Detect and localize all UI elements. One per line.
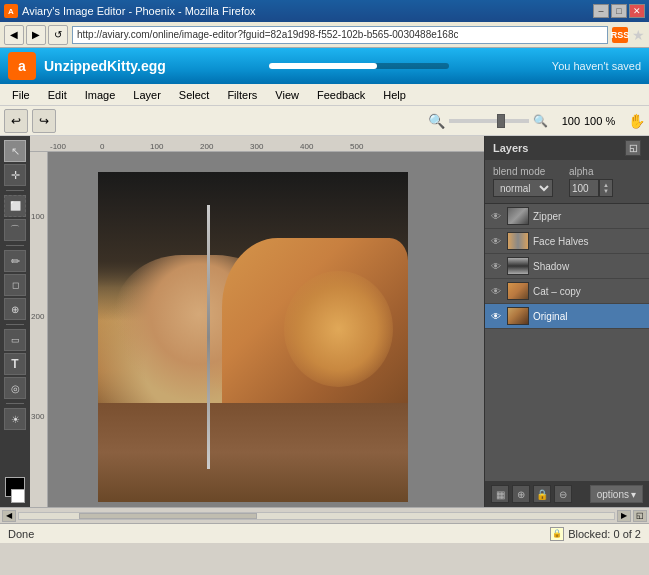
lock-icon: 🔒 — [550, 527, 564, 541]
options-button[interactable]: options ▾ — [590, 485, 643, 503]
refresh-button[interactable]: ↺ — [48, 25, 68, 45]
menu-image[interactable]: Image — [77, 87, 124, 103]
layer-item-shadow[interactable]: 👁 Shadow — [485, 254, 649, 279]
ruler-mark-n100: -100 — [50, 142, 66, 151]
move-tool[interactable]: ✛ — [4, 164, 26, 186]
menu-select[interactable]: Select — [171, 87, 218, 103]
lock-layer-button[interactable]: 🔒 — [533, 485, 551, 503]
scroll-left-button[interactable]: ◀ — [2, 510, 16, 522]
nav-buttons: ◀ ▶ ↺ — [4, 25, 68, 45]
app-file-title: UnzippedKitty.egg — [44, 58, 166, 74]
scrollbar-thumb[interactable] — [79, 513, 258, 519]
options-label: options — [597, 489, 629, 500]
app-logo: a — [8, 52, 36, 80]
blend-mode-group: blend mode normal multiply screen overla… — [493, 166, 553, 197]
new-group-button[interactable]: ▦ — [491, 485, 509, 503]
rect-tool[interactable]: ▭ — [4, 329, 26, 351]
layer-name-zipper: Zipper — [533, 211, 645, 222]
canvas-image — [98, 172, 408, 502]
zoom-value: 100 — [552, 115, 580, 127]
layers-list: 👁 Zipper 👁 Face Halves 👁 Shadow 👁 Cat – … — [485, 204, 649, 481]
eraser-tool[interactable]: ◻ — [4, 274, 26, 296]
blend-row: blend mode normal multiply screen overla… — [493, 166, 641, 197]
zoom-in-icon[interactable]: 🔍 — [533, 114, 548, 128]
menu-feedback[interactable]: Feedback — [309, 87, 373, 103]
layer-item-original[interactable]: 👁 Original — [485, 304, 649, 329]
toolbar: ↩ ↪ 🔍 🔍 100 100 % ✋ — [0, 106, 649, 136]
close-button[interactable]: ✕ — [629, 4, 645, 18]
rss-icon: RSS — [612, 27, 628, 43]
alpha-input[interactable] — [569, 179, 599, 197]
blend-mode-select[interactable]: normal multiply screen overlay — [493, 179, 553, 197]
add-layer-button[interactable]: ⊕ — [512, 485, 530, 503]
toolbox: ↖ ✛ ⬜ ⌒ ✏ ◻ ⊕ ▭ T ◎ ☀ — [0, 136, 30, 507]
zoom-slider-area: 🔍 🔍 100 100 % ✋ — [428, 113, 645, 129]
layer-item-catcopy[interactable]: 👁 Cat – copy — [485, 279, 649, 304]
menu-file[interactable]: File — [4, 87, 38, 103]
scrollbar-track[interactable] — [18, 512, 615, 520]
hand-tool-icon[interactable]: ✋ — [628, 113, 645, 129]
bookmark-star-icon[interactable]: ★ — [632, 27, 645, 43]
layer-thumb-zipper — [507, 207, 529, 225]
options-arrow-icon: ▾ — [631, 489, 636, 500]
zoom-out-icon[interactable]: 🔍 — [428, 113, 445, 129]
app-icon: A — [4, 4, 18, 18]
menu-view[interactable]: View — [267, 87, 307, 103]
alpha-group: alpha ▲ ▼ — [569, 166, 613, 197]
layer-visibility-zipper[interactable]: 👁 — [489, 209, 503, 223]
layer-item-facehalves[interactable]: 👁 Face Halves — [485, 229, 649, 254]
horizontal-scrollbar[interactable]: ◀ ▶ ◱ — [0, 507, 649, 523]
tool-divider-3 — [6, 324, 24, 325]
burn-tool[interactable]: ☀ — [4, 408, 26, 430]
back-button[interactable]: ◀ — [4, 25, 24, 45]
canvas-inner[interactable] — [48, 152, 484, 507]
lasso-tool[interactable]: ⌒ — [4, 219, 26, 241]
unsaved-message: You haven't saved — [552, 60, 641, 72]
zoom-thumb — [497, 114, 505, 128]
progress-area — [186, 63, 532, 69]
menu-edit[interactable]: Edit — [40, 87, 75, 103]
window-controls: – □ ✕ — [593, 4, 645, 18]
layer-item-zipper[interactable]: 👁 Zipper — [485, 204, 649, 229]
menu-layer[interactable]: Layer — [125, 87, 169, 103]
layer-visibility-shadow[interactable]: 👁 — [489, 259, 503, 273]
ruler-v-200: 200 — [31, 312, 44, 321]
layer-visibility-original[interactable]: 👁 — [489, 309, 503, 323]
ruler-left: 100 200 300 — [30, 152, 48, 507]
alpha-spinner[interactable]: ▲ ▼ — [599, 179, 613, 197]
undo-button[interactable]: ↩ — [4, 109, 28, 133]
maximize-button[interactable]: □ — [611, 4, 627, 18]
panel-expand-button[interactable]: ◱ — [625, 140, 641, 156]
layers-title: Layers — [493, 142, 528, 154]
menubar: File Edit Image Layer Select Filters Vie… — [0, 84, 649, 106]
text-tool[interactable]: T — [4, 353, 26, 375]
clone-tool[interactable]: ⊕ — [4, 298, 26, 320]
redo-button[interactable]: ↪ — [32, 109, 56, 133]
titlebar-left: A Aviary's Image Editor - Phoenix - Mozi… — [4, 4, 256, 18]
alpha-input-area: ▲ ▼ — [569, 179, 613, 197]
resize-corner[interactable]: ◱ — [633, 510, 647, 522]
select-tool[interactable]: ↖ — [4, 140, 26, 162]
minimize-button[interactable]: – — [593, 4, 609, 18]
alpha-label: alpha — [569, 166, 613, 177]
brush-tool[interactable]: ✏ — [4, 250, 26, 272]
layer-name-catcopy: Cat – copy — [533, 286, 645, 297]
layer-name-facehalves: Face Halves — [533, 236, 645, 247]
menu-filters[interactable]: Filters — [219, 87, 265, 103]
layer-visibility-catcopy[interactable]: 👁 — [489, 284, 503, 298]
window-title: Aviary's Image Editor - Phoenix - Mozill… — [22, 5, 256, 17]
layer-visibility-facehalves[interactable]: 👁 — [489, 234, 503, 248]
image-canvas[interactable] — [98, 172, 408, 502]
scroll-right-button[interactable]: ▶ — [617, 510, 631, 522]
url-input[interactable]: http://aviary.com/online/image-editor?fg… — [72, 26, 608, 44]
zoom-slider[interactable] — [449, 119, 529, 123]
menu-help[interactable]: Help — [375, 87, 414, 103]
background-color[interactable] — [11, 489, 25, 503]
ruler-mark-400: 400 — [300, 142, 313, 151]
forward-button[interactable]: ▶ — [26, 25, 46, 45]
target-tool[interactable]: ◎ — [4, 377, 26, 399]
delete-layer-button[interactable]: ⊖ — [554, 485, 572, 503]
marquee-tool[interactable]: ⬜ — [4, 195, 26, 217]
layers-footer: ▦ ⊕ 🔒 ⊖ options ▾ — [485, 481, 649, 507]
layer-name-shadow: Shadow — [533, 261, 645, 272]
